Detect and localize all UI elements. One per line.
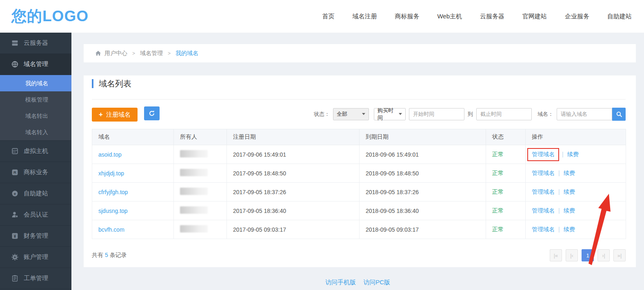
action-separator: | xyxy=(562,151,564,157)
renew-link[interactable]: 续费 xyxy=(567,151,579,157)
owner-redacted xyxy=(180,169,208,176)
prev-page-button[interactable]: |‹ xyxy=(566,249,578,261)
status-select[interactable]: 全部 xyxy=(333,108,369,120)
toolbar-left: +注册域名 xyxy=(92,106,160,122)
manage-domain-link[interactable]: 管理域名 xyxy=(532,226,555,232)
action-separator: | xyxy=(558,170,560,176)
table-row: sjdusng.top 2017-09-05 18:36:40 2018-09-… xyxy=(92,201,626,220)
pagination: |« |‹ 1 ›| »| xyxy=(546,249,626,261)
nav-trademark-service[interactable]: 商标服务 xyxy=(395,13,419,20)
sidebar-item-account[interactable]: 账户管理 xyxy=(0,247,71,268)
col-header-status: 状态 xyxy=(486,129,526,145)
chevron-down-icon xyxy=(399,113,402,115)
submenu-item-my-domains[interactable]: 我的域名 xyxy=(0,75,71,91)
breadcrumb-separator: > xyxy=(132,51,135,56)
brand-logo: 您的LOGO xyxy=(11,6,89,27)
renew-link[interactable]: 续费 xyxy=(564,207,575,214)
manage-domain-link[interactable]: 管理域名 xyxy=(532,188,555,195)
current-page-button[interactable]: 1 xyxy=(582,249,594,261)
nav-home[interactable]: 首页 xyxy=(322,13,334,20)
first-page-button[interactable]: |« xyxy=(550,249,562,261)
globe-icon xyxy=(11,61,18,68)
domain-filter-label: 域名： xyxy=(537,111,553,118)
register-domain-button[interactable]: +注册域名 xyxy=(92,108,138,122)
table-row: asoid.top 2017-09-06 15:49:01 2018-09-06… xyxy=(92,145,626,164)
next-page-button[interactable]: ›| xyxy=(597,249,610,261)
sidebar-item-label: 自助建站 xyxy=(24,190,48,197)
refresh-button[interactable] xyxy=(144,106,160,120)
sidebar-item-work-order[interactable]: 工单管理 xyxy=(0,268,71,289)
page-title: 域名列表 xyxy=(99,78,131,89)
domain-list-panel: 域名列表 +注册域名 状态： 全部 购买时间 到 域名： xyxy=(84,75,636,267)
search-button[interactable] xyxy=(612,108,626,121)
owner-redacted xyxy=(180,225,208,232)
renew-link[interactable]: 续费 xyxy=(564,226,575,232)
nav-enterprise-service[interactable]: 企业服务 xyxy=(565,13,589,20)
nav-website-building[interactable]: 官网建站 xyxy=(522,13,547,20)
end-date-input[interactable] xyxy=(476,108,532,120)
table-row: cfrfyjfgh.top 2017-09-05 18:37:26 2018-0… xyxy=(92,183,626,201)
registered-date: 2017-09-05 18:48:50 xyxy=(227,164,360,183)
sidebar-item-trademark[interactable]: R 商标业务 xyxy=(0,162,71,183)
server-icon xyxy=(11,40,18,46)
registered-date: 2017-09-05 09:03:17 xyxy=(227,220,360,239)
owner-redacted xyxy=(180,150,208,157)
pc-version-link[interactable]: 访问PC版 xyxy=(363,279,390,286)
breadcrumb-separator: > xyxy=(168,51,171,56)
sidebar-item-finance[interactable]: ¥ 财务管理 xyxy=(0,226,71,247)
table-row: bcvfh.com 2017-09-05 09:03:17 2018-09-05… xyxy=(92,220,626,239)
registered-date: 2017-09-06 15:49:01 xyxy=(227,145,360,164)
col-header-owner: 所有人 xyxy=(174,129,227,145)
expires-date: 2018-09-05 18:36:40 xyxy=(360,201,486,220)
nav-web-hosting[interactable]: Web主机 xyxy=(437,13,462,20)
breadcrumb-user-center[interactable]: 用户中心 xyxy=(104,50,127,57)
domain-link[interactable]: xhjdjdj.top xyxy=(98,170,124,177)
domain-link[interactable]: sjdusng.top xyxy=(98,208,128,214)
sidebar-item-domain-management[interactable]: 域名管理 xyxy=(0,54,71,75)
sidebar-item-member-auth[interactable]: 会员认证 xyxy=(0,204,71,226)
renew-link[interactable]: 续费 xyxy=(564,170,575,176)
breadcrumb-domain-management[interactable]: 域名管理 xyxy=(140,50,163,57)
trademark-r-icon: R xyxy=(11,169,18,176)
toolbar: +注册域名 状态： 全部 购买时间 到 域名： xyxy=(92,106,626,122)
submenu-item-domain-transfer-out[interactable]: 域名转出 xyxy=(0,108,71,124)
sidebar-item-label: 会员认证 xyxy=(24,211,48,219)
svg-text:R: R xyxy=(13,170,16,175)
renew-link[interactable]: 续费 xyxy=(564,188,575,195)
domain-link[interactable]: cfrfyjfgh.top xyxy=(98,189,128,195)
registered-date: 2017-09-05 18:36:40 xyxy=(227,201,360,220)
plus-icon: + xyxy=(99,111,103,119)
manage-domain-link[interactable]: 管理域名 xyxy=(532,207,555,214)
nav-self-service-site[interactable]: 自助建站 xyxy=(607,13,632,20)
nav-cloud-server[interactable]: 云服务器 xyxy=(480,13,504,20)
sidebar-item-virtual-host[interactable]: 虚拟主机 xyxy=(0,141,71,162)
status-badge: 正常 xyxy=(492,170,504,176)
to-label: 到 xyxy=(468,111,473,118)
mobile-version-link[interactable]: 访问手机版 xyxy=(325,279,356,286)
status-filter-label: 状态： xyxy=(314,111,330,118)
col-header-expires: 到期日期 xyxy=(360,129,486,145)
status-badge: 正常 xyxy=(492,226,504,232)
chevron-down-icon xyxy=(362,113,365,115)
domain-link[interactable]: asoid.top xyxy=(98,151,122,158)
time-type-select[interactable]: 购买时间 xyxy=(374,108,406,120)
sidebar-item-site-builder[interactable]: e 自助建站 xyxy=(0,183,71,204)
submenu-item-template-management[interactable]: 模板管理 xyxy=(0,91,71,108)
record-count-summary: 共有5条记录 xyxy=(92,252,127,259)
search-icon xyxy=(616,111,622,117)
expires-date: 2018-09-05 09:03:17 xyxy=(360,220,486,239)
sidebar-item-cloud-server[interactable]: 云服务器 xyxy=(0,33,71,54)
footer-links: 访问手机版 访问PC版 xyxy=(71,279,644,286)
nav-domain-register[interactable]: 域名注册 xyxy=(352,13,377,20)
action-separator: | xyxy=(558,207,560,214)
manage-domain-link[interactable]: 管理域名 xyxy=(532,151,555,157)
breadcrumb-current: 我的域名 xyxy=(175,50,198,57)
submenu-item-domain-transfer-in[interactable]: 域名转入 xyxy=(0,124,71,140)
svg-text:¥: ¥ xyxy=(14,234,16,239)
domain-link[interactable]: bcvfh.com xyxy=(98,226,124,233)
last-page-button[interactable]: »| xyxy=(613,249,626,261)
sidebar-item-label: 商标业务 xyxy=(24,168,48,176)
domain-search-input[interactable] xyxy=(557,108,612,120)
manage-domain-link[interactable]: 管理域名 xyxy=(532,170,555,176)
start-date-input[interactable] xyxy=(409,108,464,120)
